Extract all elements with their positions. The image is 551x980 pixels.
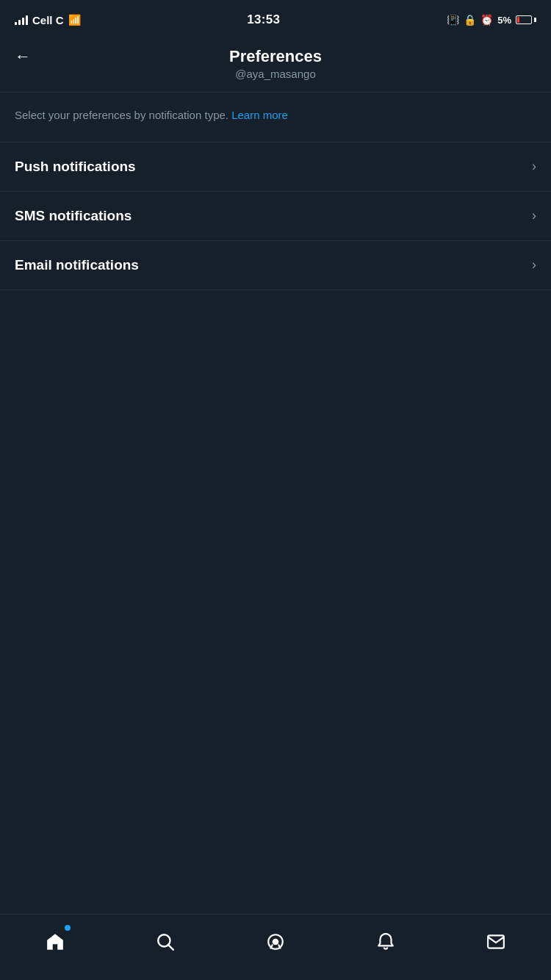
nav-item-home[interactable] [37, 923, 73, 960]
email-notifications-label: Email notifications [15, 257, 139, 273]
battery-icon [516, 15, 536, 24]
battery-percent-label: 5% [497, 15, 511, 26]
status-bar: Cell C 📶 13:53 📳 🔒 ⏰ 5% [0, 0, 551, 37]
alarm-icon: ⏰ [480, 14, 493, 26]
sms-notifications-item[interactable]: SMS notifications › [0, 191, 551, 240]
status-time: 13:53 [247, 12, 280, 27]
nav-item-messages[interactable] [478, 923, 514, 960]
wifi-icon: 📶 [68, 14, 81, 26]
home-notification-dot [65, 925, 71, 931]
sms-notifications-label: SMS notifications [15, 208, 132, 224]
nav-item-search[interactable] [147, 923, 184, 960]
page-title: Preferences [229, 47, 322, 66]
nav-item-notifications[interactable] [367, 923, 404, 960]
chevron-right-icon: › [532, 257, 536, 273]
lock-icon: 🔒 [464, 14, 476, 26]
spaces-icon [266, 932, 285, 951]
sim-icon: 📳 [447, 14, 459, 26]
description-text: Select your preferences by notification … [0, 93, 551, 131]
search-icon [156, 932, 175, 951]
chevron-right-icon: › [532, 208, 536, 223]
account-username: @aya_masango [235, 68, 315, 80]
bottom-navigation [0, 914, 551, 980]
home-icon [46, 932, 65, 951]
description-body: Select your preferences by notification … [15, 109, 228, 121]
learn-more-link[interactable]: Learn more [231, 109, 288, 121]
push-notifications-label: Push notifications [15, 159, 136, 175]
status-left: Cell C 📶 [15, 14, 81, 26]
page-header: ← Preferences @aya_masango [0, 37, 551, 93]
carrier-label: Cell C [32, 14, 64, 26]
nav-item-spaces[interactable] [257, 923, 294, 960]
push-notifications-item[interactable]: Push notifications › [0, 142, 551, 191]
svg-point-3 [273, 938, 279, 945]
chevron-right-icon: › [532, 159, 536, 174]
email-notifications-item[interactable]: Email notifications › [0, 240, 551, 290]
back-button[interactable]: ← [15, 48, 31, 65]
svg-line-1 [168, 944, 173, 949]
menu-list: Push notifications › SMS notifications ›… [0, 142, 551, 290]
status-right: 📳 🔒 ⏰ 5% [447, 14, 536, 26]
mail-icon [486, 932, 505, 951]
bell-icon [376, 932, 395, 951]
signal-bars-icon [15, 15, 28, 25]
